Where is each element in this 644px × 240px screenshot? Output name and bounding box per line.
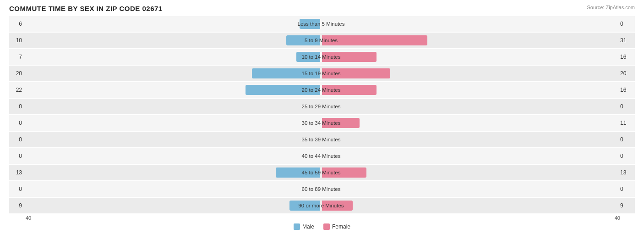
bar-row: 7 10 to 14 Minutes 16 bbox=[9, 49, 635, 65]
right-value: 0 bbox=[618, 103, 635, 110]
female-bar-wrap bbox=[321, 148, 618, 164]
bar-row: 0 40 to 44 Minutes 0 bbox=[9, 148, 635, 164]
bar-row: 0 60 to 89 Minutes 0 bbox=[9, 181, 635, 197]
male-bar-wrap bbox=[24, 115, 321, 131]
bars-center: 30 to 34 Minutes bbox=[24, 115, 618, 131]
bar-row: 13 45 to 59 Minutes 13 bbox=[9, 165, 635, 180]
bar-row: 9 90 or more Minutes 9 bbox=[9, 198, 635, 213]
bar-row: 0 35 to 39 Minutes 0 bbox=[9, 132, 635, 147]
female-bar bbox=[322, 35, 427, 45]
bar-row: 0 30 to 34 Minutes 11 bbox=[9, 115, 635, 131]
legend-female-label: Female bbox=[332, 223, 350, 230]
bar-row: 22 20 to 24 Minutes 16 bbox=[9, 82, 635, 98]
left-value: 20 bbox=[9, 70, 24, 77]
bars-center: 25 to 29 Minutes bbox=[24, 99, 618, 114]
female-bar-wrap bbox=[321, 165, 618, 180]
bars-center: 15 to 19 Minutes bbox=[24, 66, 618, 81]
female-bar bbox=[322, 85, 377, 95]
right-value: 11 bbox=[618, 120, 635, 126]
chart-title: COMMUTE TIME BY SEX IN ZIP CODE 02671 bbox=[9, 5, 635, 12]
legend: Male Female bbox=[9, 223, 635, 230]
male-bar-wrap bbox=[24, 148, 321, 164]
male-bar bbox=[246, 85, 320, 95]
legend-female: Female bbox=[323, 223, 350, 230]
female-bar-wrap bbox=[321, 198, 618, 213]
female-bar bbox=[322, 118, 360, 128]
male-bar-wrap bbox=[24, 198, 321, 213]
chart-container: COMMUTE TIME BY SEX IN ZIP CODE 02671 So… bbox=[0, 0, 644, 240]
bars-center: 60 to 89 Minutes bbox=[24, 181, 618, 197]
male-bar bbox=[300, 19, 320, 29]
source-label: Source: ZipAtlas.com bbox=[587, 5, 635, 10]
female-bar bbox=[322, 167, 366, 178]
bars-center: 20 to 24 Minutes bbox=[24, 82, 618, 98]
bottom-axis: 40 40 bbox=[9, 214, 635, 221]
right-value: 0 bbox=[618, 21, 635, 27]
male-bar-wrap bbox=[24, 33, 321, 48]
female-bar-wrap bbox=[321, 49, 618, 65]
female-bar-wrap bbox=[321, 66, 618, 81]
male-bar-wrap bbox=[24, 82, 321, 98]
male-bar-wrap bbox=[24, 66, 321, 81]
legend-male: Male bbox=[294, 223, 314, 230]
left-value: 0 bbox=[9, 186, 24, 192]
left-value: 9 bbox=[9, 202, 24, 209]
right-value: 31 bbox=[618, 37, 635, 44]
left-value: 7 bbox=[9, 54, 24, 60]
male-bar-wrap bbox=[24, 132, 321, 147]
female-bar-wrap bbox=[321, 99, 618, 114]
female-bar-wrap bbox=[321, 82, 618, 98]
left-value: 0 bbox=[9, 136, 24, 143]
bars-center: Less than 5 Minutes bbox=[24, 16, 618, 32]
male-bar-wrap bbox=[24, 99, 321, 114]
bars-center: 10 to 14 Minutes bbox=[24, 49, 618, 65]
left-value: 0 bbox=[9, 103, 24, 110]
legend-male-box bbox=[294, 223, 300, 230]
bar-row: 20 15 to 19 Minutes 20 bbox=[9, 66, 635, 81]
right-value: 0 bbox=[618, 136, 635, 143]
bars-center: 5 to 9 Minutes bbox=[24, 33, 618, 48]
female-bar-wrap bbox=[321, 16, 618, 32]
chart-area: 6 Less than 5 Minutes 0 10 5 to 9 Minute… bbox=[9, 16, 635, 213]
right-value: 16 bbox=[618, 54, 635, 60]
bar-row: 0 25 to 29 Minutes 0 bbox=[9, 99, 635, 114]
female-bar bbox=[322, 52, 377, 62]
male-bar bbox=[289, 201, 320, 211]
left-value: 22 bbox=[9, 87, 24, 93]
legend-female-box bbox=[323, 223, 330, 230]
bar-row: 6 Less than 5 Minutes 0 bbox=[9, 16, 635, 32]
female-bar bbox=[322, 68, 390, 78]
axis-right: 40 bbox=[615, 215, 620, 221]
female-bar-wrap bbox=[321, 181, 618, 197]
left-value: 0 bbox=[9, 153, 24, 159]
bars-center: 35 to 39 Minutes bbox=[24, 132, 618, 147]
right-value: 13 bbox=[618, 169, 635, 176]
male-bar bbox=[276, 167, 320, 178]
male-bar bbox=[296, 52, 320, 62]
left-value: 10 bbox=[9, 37, 24, 44]
female-bar-wrap bbox=[321, 33, 618, 48]
female-bar bbox=[322, 201, 353, 211]
right-value: 20 bbox=[618, 70, 635, 77]
right-value: 16 bbox=[618, 87, 635, 93]
male-bar-wrap bbox=[24, 49, 321, 65]
right-value: 0 bbox=[618, 186, 635, 192]
bar-row: 10 5 to 9 Minutes 31 bbox=[9, 33, 635, 48]
male-bar bbox=[252, 68, 320, 78]
male-bar-wrap bbox=[24, 165, 321, 180]
left-value: 6 bbox=[9, 21, 24, 27]
male-bar bbox=[286, 35, 320, 45]
bars-center: 40 to 44 Minutes bbox=[24, 148, 618, 164]
right-value: 9 bbox=[618, 202, 635, 209]
male-bar-wrap bbox=[24, 16, 321, 32]
bars-center: 90 or more Minutes bbox=[24, 198, 618, 213]
right-value: 0 bbox=[618, 153, 635, 159]
female-bar-wrap bbox=[321, 132, 618, 147]
axis-left: 40 bbox=[26, 215, 31, 221]
male-bar-wrap bbox=[24, 181, 321, 197]
female-bar-wrap bbox=[321, 115, 618, 131]
bars-center: 45 to 59 Minutes bbox=[24, 165, 618, 180]
left-value: 0 bbox=[9, 120, 24, 126]
legend-male-label: Male bbox=[302, 223, 314, 230]
left-value: 13 bbox=[9, 169, 24, 176]
